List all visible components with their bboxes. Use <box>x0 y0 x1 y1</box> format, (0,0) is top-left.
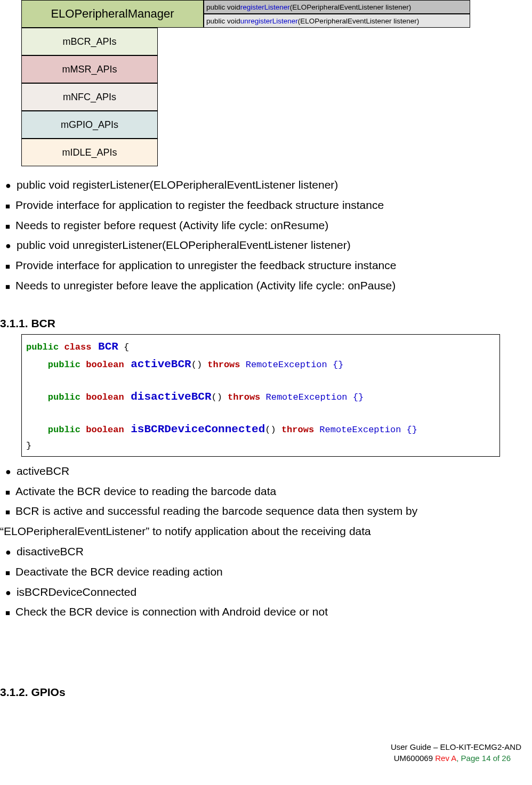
api-idle-label: mIDLE_APIs <box>62 147 117 158</box>
page-footer: User Guide – ELO-KIT-ECMG2-AND UM600069 … <box>0 741 521 764</box>
sig2-post: (ELOPeripheralEventListener listener) <box>298 17 419 25</box>
item-disactivebcr: disactiveBCR <box>0 541 516 562</box>
sig1-method: registerListener <box>240 3 290 11</box>
sig2-method: unregisterListener <box>240 17 298 25</box>
t: disactiveBCR <box>124 391 212 403</box>
section-312-text: 3.1.2. GPIOs <box>0 686 66 698</box>
bcr-code-block: public class BCR { public boolean active… <box>21 334 500 457</box>
item-activebcr: activeBCR <box>0 461 516 481</box>
api-bcr: mBCR_APIs <box>21 28 158 55</box>
t: throws <box>202 360 240 370</box>
text: isBCRDeviceConnected <box>17 586 136 598</box>
listener-notes: public void registerListener(ELOPeripher… <box>0 175 521 296</box>
text: Provide interface for application to unr… <box>15 259 396 271</box>
t: () <box>211 392 222 402</box>
sig1-pre: public void <box>206 3 240 11</box>
t: boolean <box>80 360 124 370</box>
text: public void registerListener(ELOPeripher… <box>17 179 338 191</box>
api-gpio-label: mGPIO_APIs <box>61 119 118 131</box>
item-register-desc: Provide interface for application to reg… <box>0 195 516 215</box>
item-activebcr-desc: Activate the BCR device to reading the b… <box>0 481 516 501</box>
item-isconnected: isBCRDeviceConnected <box>0 582 516 602</box>
t: boolean <box>80 425 124 435</box>
t: BCR <box>91 341 118 353</box>
api-msr-label: mMSR_APIs <box>62 64 117 75</box>
t: isBCRDeviceConnected <box>124 423 265 435</box>
t: public <box>26 342 59 352</box>
manager-label: ELOPeripheralManager <box>51 7 174 21</box>
item-unregister-when: Needs to unregister before leave the app… <box>0 276 516 296</box>
signature-unregister: public void unregisterListener (ELOPerip… <box>204 14 470 28</box>
t: throws <box>276 425 314 435</box>
item-activebcr-notify2: “ELOPeripheralEventListener” to notify a… <box>0 521 516 541</box>
section-311-heading: 3.1.1. BCR <box>0 317 521 330</box>
text: Activate the BCR device to reading the b… <box>15 485 276 497</box>
footer-docnum: UM600069 <box>394 754 433 763</box>
t: RemoteException {} <box>314 425 417 435</box>
footer-pagenum: , Page 14 of 26 <box>456 754 521 763</box>
signature-register: public void registerListener (ELOPeriphe… <box>204 0 470 14</box>
t: public <box>26 392 80 402</box>
api-bcr-label: mBCR_APIs <box>62 36 116 47</box>
manager-box: ELOPeripheralManager <box>21 0 204 28</box>
item-unregister: public void unregisterListener(ELOPeriph… <box>0 235 516 255</box>
t: public <box>26 360 80 370</box>
sig2-pre: public void <box>206 17 240 25</box>
text: Deactivate the BCR device reading action <box>15 565 223 578</box>
text: “ELOPeripheralEventListener” to notify a… <box>0 525 371 537</box>
text: Check the BCR device is connection with … <box>15 605 328 618</box>
text: Provide interface for application to reg… <box>15 199 384 211</box>
t: () <box>191 360 202 370</box>
item-isconnected-desc: Check the BCR device is connection with … <box>0 602 516 622</box>
t: class <box>59 342 91 352</box>
item-unregister-desc: Provide interface for application to unr… <box>0 255 516 276</box>
item-register: public void registerListener(ELOPeripher… <box>0 175 516 195</box>
api-diagram: ELOPeripheralManager public void registe… <box>21 0 521 171</box>
api-gpio: mGPIO_APIs <box>21 111 158 139</box>
api-nfc-label: mNFC_APIs <box>63 92 116 103</box>
text: BCR is active and successful reading the… <box>15 505 417 517</box>
api-nfc: mNFC_APIs <box>21 83 158 111</box>
text: Needs to register before request (Activi… <box>15 219 328 231</box>
t: activeBCR <box>124 358 191 370</box>
text: activeBCR <box>17 465 69 477</box>
section-311-text: 3.1.1. BCR <box>0 317 55 329</box>
t: throws <box>222 392 260 402</box>
t: boolean <box>80 392 124 402</box>
t: RemoteException {} <box>260 392 364 402</box>
t: public <box>26 425 80 435</box>
t: } <box>26 441 31 451</box>
text: Needs to unregister before leave the app… <box>15 279 396 292</box>
footer-line1: User Guide – ELO-KIT-ECMG2-AND <box>0 741 521 752</box>
t: { <box>118 342 129 352</box>
t: RemoteException {} <box>240 360 344 370</box>
footer-rev: Rev A <box>433 754 456 763</box>
item-activebcr-notify: BCR is active and successful reading the… <box>0 501 516 521</box>
text: disactiveBCR <box>17 545 84 557</box>
sig1-post: (ELOPeripheralEventListener listener) <box>290 3 411 11</box>
item-disactivebcr-desc: Deactivate the BCR device reading action <box>0 562 516 582</box>
api-msr: mMSR_APIs <box>21 55 158 83</box>
section-312-heading: 3.1.2. GPIOs <box>0 686 521 699</box>
item-register-when: Needs to register before request (Activi… <box>0 215 516 236</box>
footer-line2: UM600069 Rev A, Page 14 of 26 <box>0 752 521 764</box>
api-idle: mIDLE_APIs <box>21 139 158 166</box>
t: () <box>265 425 276 435</box>
bcr-notes: activeBCR Activate the BCR device to rea… <box>0 461 521 622</box>
text: public void unregisterListener(ELOPeriph… <box>17 239 351 251</box>
